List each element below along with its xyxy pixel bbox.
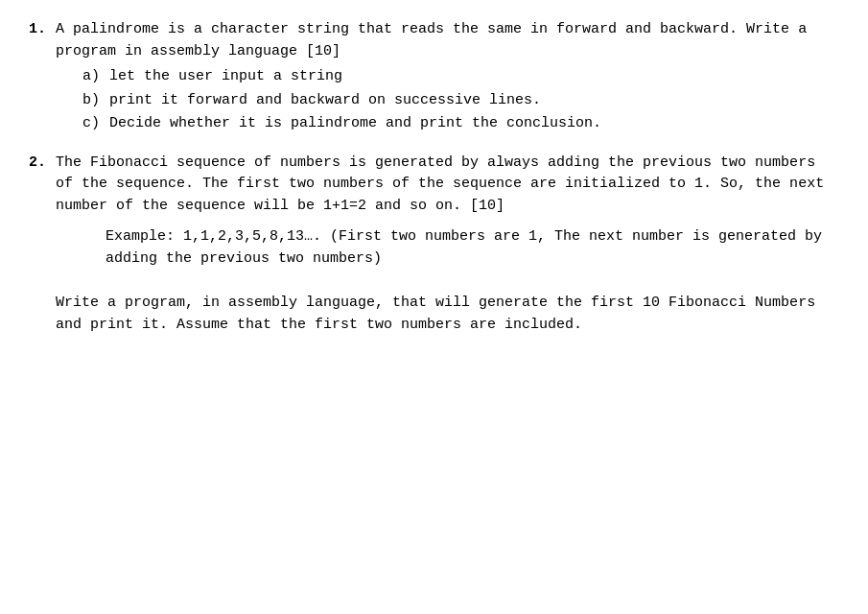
subitem-1a-text: let the user input a string	[109, 66, 839, 88]
question-2-example: Example: 1,1,2,3,5,8,13…. (First two num…	[106, 226, 839, 270]
final-paragraph-block: Write a program, in assembly language, t…	[56, 293, 839, 336]
question-1-subitems: a) let the user input a string b) print …	[82, 66, 839, 135]
subitem-1b-text: print it forward and backward on success…	[109, 90, 839, 112]
subitem-1b: b) print it forward and backward on succ…	[82, 90, 839, 112]
example-text: Example: 1,1,2,3,5,8,13…. (First two num…	[106, 228, 822, 267]
subitem-1c: c) Decide whether it is palindrome and p…	[82, 113, 839, 135]
question-2-item: 2. The Fibonacci sequence of numbers is …	[29, 153, 839, 218]
question-2-text: The Fibonacci sequence of numbers is gen…	[56, 153, 839, 218]
question-2-block: 2. The Fibonacci sequence of numbers is …	[29, 153, 839, 271]
subitem-1a: a) let the user input a string	[82, 66, 839, 88]
subitem-1c-text: Decide whether it is palindrome and prin…	[109, 113, 839, 135]
question-2-number: 2.	[29, 153, 56, 218]
subitem-1a-label: a)	[82, 66, 109, 88]
content-area: 1. A palindrome is a character string th…	[29, 19, 839, 336]
question-1-text: A palindrome is a character string that …	[56, 19, 839, 62]
subitem-1c-label: c)	[82, 113, 109, 135]
question-1-number: 1.	[29, 19, 56, 62]
question-1-item: 1. A palindrome is a character string th…	[29, 19, 839, 62]
subitem-1b-label: b)	[82, 90, 109, 112]
final-paragraph-text: Write a program, in assembly language, t…	[56, 295, 815, 333]
question-1-block: 1. A palindrome is a character string th…	[29, 19, 839, 135]
